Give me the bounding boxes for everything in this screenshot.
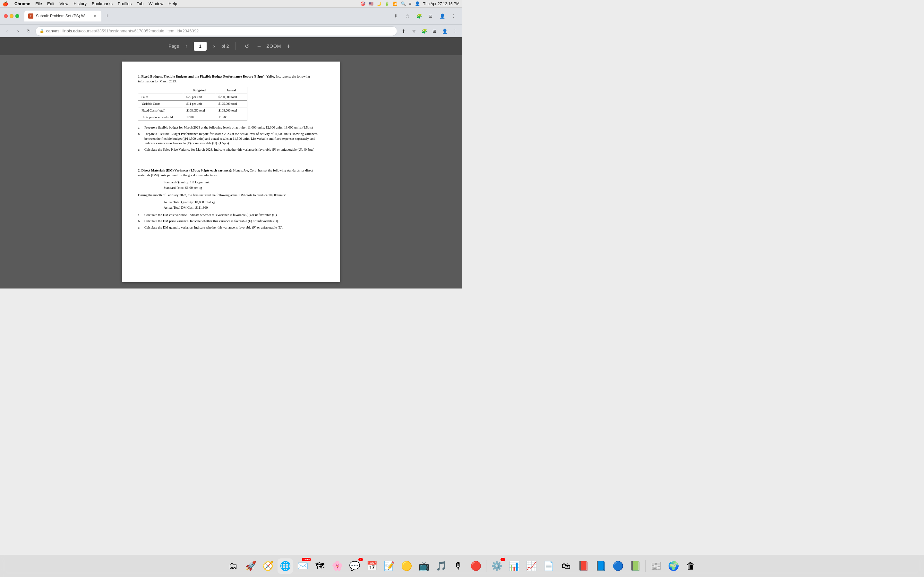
minimize-window-button[interactable] [10, 14, 13, 18]
part-c-text: Calculate the Sales Price Variance for M… [144, 148, 314, 151]
tab-close-button[interactable]: × [92, 13, 97, 19]
p2-part-a-label: a. [138, 213, 140, 218]
p2-part-b-text: Calculate the DM price variance. Indicat… [144, 219, 279, 223]
table-header-actual: Actual [215, 87, 247, 94]
pdf-next-page-button[interactable]: › [209, 41, 219, 51]
menu-window[interactable]: Window [146, 0, 166, 7]
pdf-page-input[interactable] [194, 42, 207, 51]
menu-search-icon[interactable]: 🔍 [401, 1, 406, 6]
chrome-menu-icon[interactable]: ⋮ [449, 11, 458, 21]
table-row: Fixed Costs (total) $108,650 total $108,… [138, 107, 247, 114]
problem-2-parts: a. Calculate the DM cost variance. Indic… [138, 213, 324, 230]
address-bar[interactable]: 🔒 canvas.illinois.edu/courses/33591/assi… [35, 26, 397, 36]
menu-edit[interactable]: Edit [45, 0, 57, 7]
menu-help[interactable]: Help [166, 0, 180, 7]
pdf-page-label: Page [168, 44, 179, 49]
pdf-content[interactable]: 1. Fixed Budgets, Flexible Budgets and t… [0, 55, 462, 288]
table-row: Variable Costs $11 per unit $125,000 tot… [138, 101, 247, 107]
fullscreen-window-button[interactable] [15, 14, 19, 18]
more-button[interactable]: ⋮ [451, 27, 459, 35]
close-window-button[interactable] [4, 14, 8, 18]
part-c-label: c. [138, 147, 140, 152]
table-cell-varcosts-budgeted: $11 per unit [183, 101, 215, 107]
url-display: canvas.illinois.edu/courses/33591/assign… [46, 29, 393, 33]
problem-2-part-b: b. Calculate the DM price variance. Indi… [138, 219, 324, 224]
problem-2-section: 2. Direct Materials (DM) Variances (1.5p… [138, 168, 324, 230]
tab-search-icon[interactable]: ⬇ [391, 11, 401, 21]
table-header-empty [138, 87, 183, 94]
reload-button[interactable]: ↻ [24, 27, 33, 35]
bookmark-add-button[interactable]: ☆ [409, 27, 418, 35]
table-cell-varcosts-actual: $125,000 total [215, 101, 247, 107]
menu-file[interactable]: File [33, 0, 45, 7]
table-cell-sales-label: Sales [138, 94, 183, 101]
table-cell-sales-budgeted: $25 per unit [183, 94, 215, 101]
extensions-button[interactable]: 🧩 [420, 27, 429, 35]
menu-view[interactable]: View [57, 0, 71, 7]
menu-bookmarks[interactable]: Bookmarks [89, 0, 115, 7]
pdf-zoom-out-button[interactable]: − [254, 41, 264, 51]
sidebar-button[interactable]: ⊞ [430, 27, 439, 35]
menu-controlcenter-icon[interactable]: ≡ [409, 1, 412, 6]
table-cell-varcosts-label: Variable Costs [138, 101, 183, 107]
menu-darkmode-icon: 🌙 [376, 2, 381, 6]
table-header-budgeted: Budgeted [183, 87, 215, 94]
pdf-page: 1. Fixed Budgets, Flexible Budgets and t… [122, 61, 340, 282]
pdf-prev-page-button[interactable]: ‹ [182, 41, 191, 51]
pdf-zoom-label: ZOOM [267, 44, 281, 49]
problem-2-title: 2. Direct Materials (DM) Variances (1.5p… [138, 169, 232, 172]
p2-part-c-label: c. [138, 226, 140, 230]
table-cell-fixedcosts-budgeted: $108,650 total [183, 107, 215, 114]
menu-profiles[interactable]: Profiles [115, 0, 134, 7]
standard-price: Standard Price: $6.00 per kg [164, 185, 324, 190]
profile-button[interactable]: 👤 [440, 27, 449, 35]
profile-avatar-icon[interactable]: 👤 [438, 11, 447, 21]
tab-favicon: T [28, 13, 33, 19]
menu-history[interactable]: History [71, 0, 89, 7]
menu-time: Thu Apr 27 12:15 PM [423, 2, 459, 6]
problem-2-part-a: a. Calculate the DM cost variance. Indic… [138, 213, 324, 218]
traffic-lights [4, 14, 19, 18]
back-button[interactable]: ‹ [3, 27, 11, 35]
pdf-pagination-group: Page ‹ › of 2 [168, 41, 229, 51]
pdf-zoom-reset-button[interactable]: ↺ [242, 41, 252, 51]
menu-battery-icon: 🔋 [384, 2, 389, 6]
table-cell-fixedcosts-label: Fixed Costs (total) [138, 107, 183, 114]
problem-spacer [138, 159, 324, 168]
standard-quantity: Standard Quantity: 1.8 kg per unit [164, 180, 324, 185]
actual-intro: During the month of February 2023, the f… [138, 193, 324, 198]
security-lock-icon: 🔒 [39, 29, 44, 33]
tab-title: Submit: Problem Set (PS) Wee… [36, 14, 90, 18]
problem-2-header: 2. Direct Materials (DM) Variances (1.5p… [138, 168, 324, 177]
split-view-icon[interactable]: ⊡ [426, 11, 435, 21]
part-b-label: b. [138, 132, 141, 137]
problem-2-part-c: c. Calculate the DM quantity variance. I… [138, 226, 324, 230]
active-tab[interactable]: T Submit: Problem Set (PS) Wee… × [24, 11, 102, 21]
pdf-zoom-in-button[interactable]: + [284, 41, 294, 51]
problem-1-header: 1. Fixed Budgets, Flexible Budgets and t… [138, 74, 324, 84]
pdf-toolbar: Page ‹ › of 2 ↺ − ZOOM + [0, 37, 462, 55]
menu-mascot-icon: 🎯 [360, 1, 365, 6]
problem-1-part-c: c. Calculate the Sales Price Variance fo… [138, 147, 324, 152]
table-cell-units-budgeted: 12,000 [183, 114, 215, 121]
table-cell-units-label: Units produced and sold [138, 114, 183, 121]
p2-part-c-text: Calculate the DM quantity variance. Indi… [144, 226, 283, 229]
nav-bar: ‹ › ↻ 🔒 canvas.illinois.edu/courses/3359… [0, 24, 462, 37]
forward-button[interactable]: › [13, 27, 23, 35]
problem-1-part-b: b. Prepare a 'Flexible Budget Performanc… [138, 132, 324, 146]
nav-bar-right: ⬆ ☆ 🧩 ⊞ 👤 ⋮ [399, 27, 459, 35]
problem-1-title: 1. Fixed Budgets, Flexible Budgets and t… [138, 75, 266, 78]
menu-tab[interactable]: Tab [134, 0, 146, 7]
share-button[interactable]: ⬆ [399, 27, 408, 35]
budget-table: Budgeted Actual Sales $25 per unit $280,… [138, 87, 247, 121]
menu-profile-icon: 👤 [415, 1, 420, 6]
extensions-icon[interactable]: 🧩 [415, 11, 423, 21]
menu-wifi-icon: 📶 [393, 2, 397, 6]
tab-bar: T Submit: Problem Set (PS) Wee… × + [24, 11, 111, 21]
menu-chrome[interactable]: Chrome [12, 0, 33, 7]
bookmark-icon[interactable]: ☆ [403, 11, 412, 21]
pdf-zoom-group: ↺ − ZOOM + [242, 41, 294, 51]
apple-menu[interactable]: 🍎 [3, 1, 8, 6]
new-tab-button[interactable]: + [103, 11, 111, 21]
menu-bar: 🍎 Chrome File Edit View History Bookmark… [0, 0, 462, 8]
